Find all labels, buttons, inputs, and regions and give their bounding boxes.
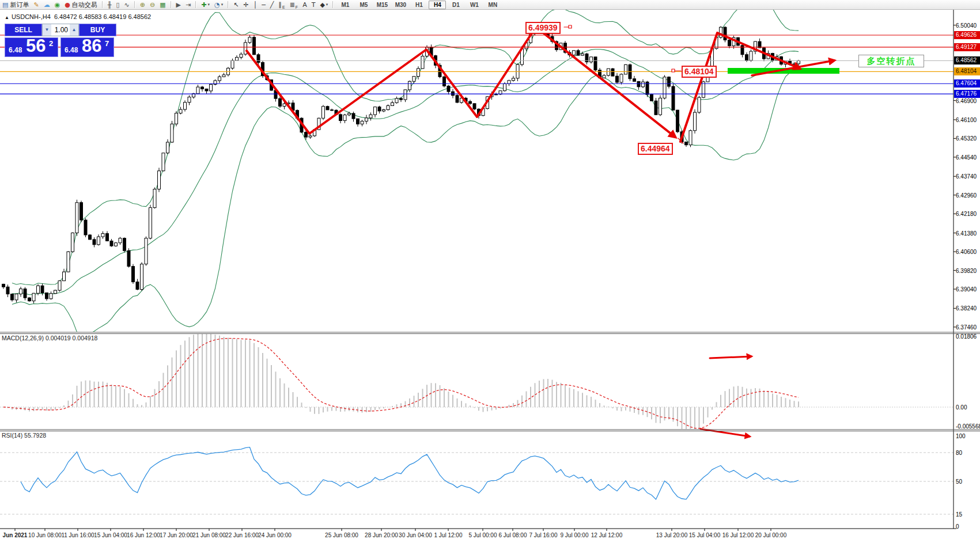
cursor-icon: ↖: [233, 1, 239, 9]
timeframe-m5-button[interactable]: M5: [355, 1, 372, 9]
autotrading-button-label: 自动交易: [72, 1, 97, 9]
x-axis-label: 25 Jun 08:00: [325, 532, 358, 538]
zoom-out-button[interactable]: ⊖: [147, 1, 157, 9]
text-button[interactable]: A: [300, 1, 309, 9]
timeframe-m1-button[interactable]: M1: [336, 1, 354, 9]
ohlc-high: 6.48583: [79, 13, 102, 20]
price-axis-tick: 6.42960: [956, 192, 977, 198]
chart-canvas[interactable]: [0, 0, 980, 543]
chart-shift-icon: ⇥: [186, 1, 191, 9]
buy-price-button[interactable]: 6.48 86 7: [60, 37, 114, 57]
crosshair-icon: ✛: [243, 1, 248, 9]
x-axis-label: Jun 2021: [3, 532, 28, 538]
price-annotation-label[interactable]: 6.49939: [525, 22, 561, 34]
price-level-badge: 6.49626: [954, 31, 980, 39]
zoom-in-icon: ⊕: [140, 1, 145, 9]
volume-input[interactable]: 1.00: [51, 24, 70, 36]
macd-indicator: [0, 332, 953, 435]
zoom-in-button[interactable]: ⊕: [138, 1, 147, 9]
timeframe-d1-button[interactable]: D1: [447, 1, 464, 9]
toolbar-separator: [134, 1, 135, 8]
line-chart-button[interactable]: ∿: [122, 1, 132, 9]
tile-windows-button[interactable]: ▦: [157, 1, 168, 9]
line-chart-icon: ∿: [124, 1, 130, 9]
price-annotation-label[interactable]: 6.48104: [682, 66, 717, 78]
shapes-button[interactable]: ◆▾: [317, 1, 330, 9]
dropdown-caret-icon[interactable]: ▾: [221, 2, 224, 7]
styler-button[interactable]: ✎: [31, 1, 41, 9]
toolbar: ▤新订单✎☁◉●自动交易╫▯∿⊕⊖▦▶⇥✚▾◔▾↖✛│─╱∥E≣FAT◆▾M1M…: [0, 0, 980, 10]
periods-button[interactable]: ◔▾: [212, 1, 225, 9]
price-level-badge: 6.49127: [954, 43, 980, 51]
collapse-triangle-icon[interactable]: ▲: [5, 15, 9, 20]
x-axis-label: 7 Jul 16:00: [529, 532, 558, 538]
volume-increase-button[interactable]: ▲: [70, 24, 78, 36]
sell-button[interactable]: SELL: [5, 24, 42, 36]
shapes-icon: ◆: [320, 1, 324, 9]
text-icon: A: [302, 1, 307, 9]
horizontal-line-button[interactable]: ─: [259, 1, 268, 9]
timeframe-m15-button[interactable]: M15: [373, 1, 391, 9]
ohlc-low: 6.48419: [104, 13, 127, 20]
one-click-trading-panel: SELL ▼ 1.00 ▲ BUY 6.48 56 2 6.48 86 7: [5, 24, 116, 57]
price-level-badge: 6.47604: [954, 79, 980, 88]
icon-subscript: F: [296, 5, 298, 9]
price-axis-tick: 6.40600: [956, 249, 977, 255]
x-axis-label: 13 Jul 20:00: [656, 532, 688, 538]
auto-scroll-icon: ▶: [176, 1, 181, 9]
bar-chart-button[interactable]: ╫: [105, 1, 114, 9]
bar-chart-icon: ╫: [108, 1, 112, 9]
symbol-info: ▲USDCNH-,H4 6.48472 6.48583 6.48419 6.48…: [5, 13, 151, 20]
price-axis-tick: 6.50040: [956, 22, 977, 28]
sell-price-button[interactable]: 6.48 56 2: [5, 37, 58, 57]
label-button[interactable]: T: [309, 1, 318, 9]
x-axis-label: 12 Jul 12:00: [591, 532, 623, 538]
fibonacci-icon: ≣: [290, 1, 295, 9]
volume-decrease-button[interactable]: ▼: [43, 24, 51, 36]
vertical-line-button[interactable]: │: [251, 1, 260, 9]
rsi-axis-tick: 15: [956, 511, 962, 518]
dropdown-caret-icon[interactable]: ▾: [208, 2, 210, 7]
note-box-annotation[interactable]: 多空转折点: [858, 55, 924, 67]
x-axis-label: 16 Jul 12:00: [722, 532, 754, 538]
price-axis-tick: 6.39820: [956, 267, 977, 274]
toolbar-separator: [102, 1, 103, 8]
x-axis-label: 9 Jul 00:00: [561, 532, 589, 538]
timeframe-h4-button[interactable]: H4: [429, 1, 446, 9]
price-axis-tick: 6.42180: [956, 211, 977, 217]
timeframe-m30-button[interactable]: M30: [392, 1, 409, 9]
channel-icon: ∥: [278, 1, 282, 9]
chart-shift-button[interactable]: ⇥: [183, 1, 193, 9]
fibonacci-button[interactable]: ≣F: [287, 1, 301, 9]
new-order-button[interactable]: ▤新订单: [0, 1, 31, 9]
icon-subscript: E: [282, 5, 285, 9]
signals-button[interactable]: ◉: [52, 1, 63, 9]
candlestick-chart-button[interactable]: ▯: [113, 1, 122, 9]
new-order-button-label: 新订单: [10, 1, 29, 9]
channel-button[interactable]: ∥E: [276, 1, 287, 9]
auto-scroll-button[interactable]: ▶: [174, 1, 183, 9]
zigzag-annotation[interactable]: [247, 25, 834, 436]
macd-axis-tick: 0.00: [956, 404, 967, 411]
mt4-terminal-window: ▤新订单✎☁◉●自动交易╫▯∿⊕⊖▦▶⇥✚▾◔▾↖✛│─╱∥E≣FAT◆▾M1M…: [0, 0, 980, 543]
x-axis-label: 17 Jun 20:00: [160, 532, 193, 538]
indicators-button[interactable]: ✚▾: [199, 1, 212, 9]
trendline-icon: ╱: [270, 1, 274, 9]
timeframe-mn-button[interactable]: MN: [484, 1, 501, 9]
price-annotation-label[interactable]: 6.44964: [638, 143, 673, 155]
sell-price-big: 56: [26, 36, 46, 56]
price-axis-tick: 6.38240: [956, 305, 977, 312]
timeframe-w1-button[interactable]: W1: [466, 1, 483, 9]
autotrading-button[interactable]: ●自动交易: [62, 1, 100, 9]
crosshair-button[interactable]: ✛: [241, 1, 251, 9]
buy-button[interactable]: BUY: [79, 24, 116, 36]
trendline-button[interactable]: ╱: [268, 1, 277, 9]
cursor-button[interactable]: ↖: [231, 1, 241, 9]
community-button[interactable]: ☁: [41, 1, 52, 9]
sell-price-sup: 2: [49, 39, 53, 48]
dropdown-caret-icon[interactable]: ▾: [326, 2, 328, 7]
price-axis-tick: 6.46900: [956, 97, 977, 104]
styler-icon: ✎: [33, 1, 39, 9]
timeframe-h1-button[interactable]: H1: [410, 1, 427, 9]
label-icon: T: [312, 1, 316, 9]
